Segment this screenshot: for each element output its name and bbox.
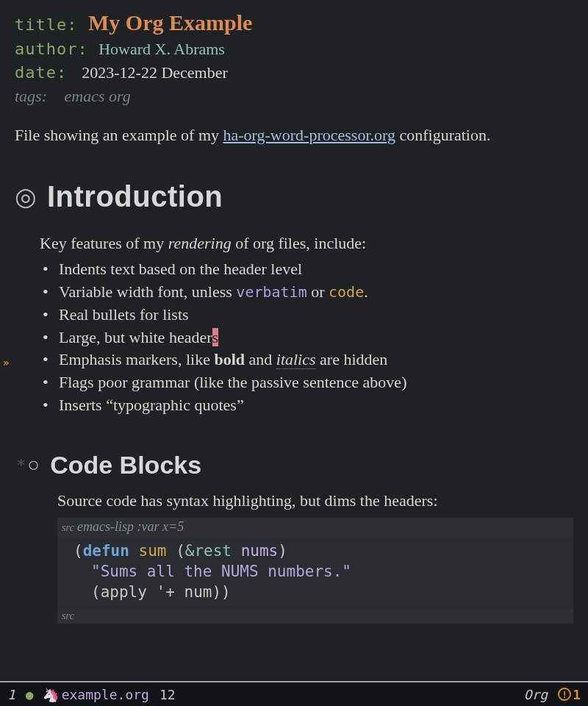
collapsed-star-icon: * <box>16 456 26 474</box>
meta-key-author: author <box>15 40 77 58</box>
heading-code-blocks-row[interactable]: * ○ Code Blocks <box>16 451 573 479</box>
warning-icon: ! <box>558 688 571 701</box>
meta-date-line: date: 2023-12-22 December <box>15 63 573 82</box>
features-list: Indents text based on the header level V… <box>40 258 573 417</box>
meta-title-line: title: My Org Example <box>15 10 573 35</box>
editor-buffer[interactable]: » title: My Org Example author: Howard X… <box>0 0 588 669</box>
meta-author-line: author: Howard X. Abrams <box>15 40 573 59</box>
source-line: "Sums all the NUMS numbers." <box>74 561 566 582</box>
list-item: Variable width font, unless verbatim or … <box>43 281 573 304</box>
doc-tags: emacs org <box>65 87 131 105</box>
heading-code-blocks: Code Blocks <box>50 451 201 479</box>
source-block-body[interactable]: (defun sum (&rest nums) "Sums all the NU… <box>57 536 573 609</box>
meta-tags-line: tags: emacs org <box>15 87 573 106</box>
minibuffer[interactable] <box>0 669 588 681</box>
meta-key-tags: tags: <box>15 87 47 105</box>
source-block-header: src emacs-lisp :var x=5 <box>57 518 573 536</box>
code-intro-text: Source code has syntax highlighting, but… <box>57 490 573 512</box>
emacs-logo-icon: 🦄 <box>43 687 59 702</box>
fringe-indicator-icon: » <box>3 357 9 368</box>
heading-bullet-icon: ◎ <box>15 182 37 211</box>
source-line: (apply '+ num)) <box>74 582 566 602</box>
intro-body: Key features of my rendering of org file… <box>40 232 573 417</box>
flycheck-warning[interactable]: !1 <box>558 687 581 702</box>
modified-indicator-icon: ● <box>26 687 34 702</box>
list-item: Indents text based on the header level <box>43 258 573 281</box>
buffer-filename[interactable]: example.org <box>62 687 149 702</box>
source-line: (defun sum (&rest nums) <box>74 541 566 561</box>
list-item: Inserts “typographic quotes” <box>43 394 573 417</box>
heading-introduction-row[interactable]: ◎ Introduction <box>15 180 573 213</box>
config-link[interactable]: ha-org-word-processor.org <box>223 126 395 144</box>
doc-author: Howard X. Abrams <box>98 40 225 58</box>
window-number: 1 <box>7 687 15 702</box>
verbatim-text: verbatim <box>236 283 306 301</box>
heading-bullet-icon: ○ <box>27 453 40 477</box>
list-item: Emphasis markers, like bold and italics … <box>43 349 573 371</box>
line-number: 12 <box>159 687 176 702</box>
meta-key-date: date <box>15 63 57 82</box>
doc-date: 2023-12-22 December <box>82 63 228 82</box>
meta-key-title: title <box>15 15 67 34</box>
cursor: s <box>212 328 219 346</box>
features-lead: Key features of my rendering of org file… <box>40 232 573 254</box>
heading-introduction: Introduction <box>47 180 223 213</box>
source-block-footer: src <box>57 609 573 624</box>
list-item: Large, but white headers <box>43 327 573 349</box>
modeline[interactable]: 1 ● 🦄 example.org 12 Org !1 <box>0 681 588 706</box>
list-item: Real bullets for lists <box>43 304 573 327</box>
list-item: Flags poor grammar (like the passive sen… <box>43 371 573 394</box>
code-section-body: Source code has syntax highlighting, but… <box>57 490 573 512</box>
source-block[interactable]: src emacs-lisp :var x=5 (defun sum (&res… <box>57 518 573 624</box>
major-mode[interactable]: Org <box>524 687 548 702</box>
doc-title: My Org Example <box>88 10 252 35</box>
intro-paragraph: File showing an example of my ha-org-wor… <box>15 125 573 146</box>
code-text: code <box>329 283 364 301</box>
